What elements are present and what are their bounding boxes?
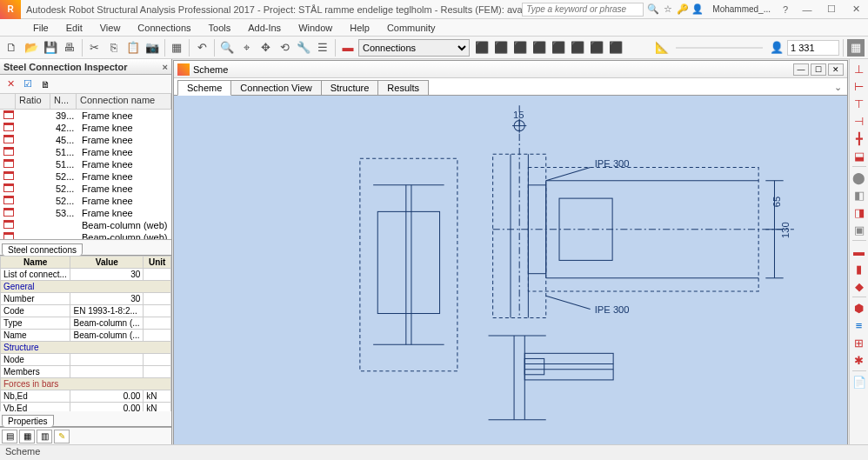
- help-icon[interactable]: ?: [779, 3, 791, 16]
- rt-15[interactable]: ≡: [851, 317, 867, 333]
- pv-1[interactable]: ▤: [2, 430, 17, 443]
- rt-6[interactable]: ⬓: [851, 148, 867, 163]
- rt-18[interactable]: 📄: [851, 374, 867, 390]
- scheme-close-button[interactable]: ✕: [828, 63, 844, 76]
- conn-btn-4[interactable]: ⬛: [531, 39, 548, 57]
- menu-window[interactable]: Window: [290, 23, 341, 33]
- table-row[interactable]: 45...Frame knee: [0, 134, 171, 146]
- doc-icon[interactable]: 🗎: [38, 77, 52, 91]
- scheme-max-button[interactable]: ☐: [811, 63, 826, 76]
- pv-3[interactable]: ▥: [37, 430, 52, 443]
- menu-help[interactable]: Help: [341, 23, 378, 33]
- table-row[interactable]: Beam-column (web): [0, 231, 171, 240]
- tab-properties[interactable]: Properties: [2, 415, 54, 427]
- layout-select[interactable]: Connections: [358, 39, 470, 57]
- rt-17[interactable]: ✱: [851, 352, 867, 368]
- drawing-canvas[interactable]: IPE 300 IPE 300 15 65 130: [174, 96, 847, 444]
- grp-forces[interactable]: Forces in bars: [1, 378, 171, 390]
- tab-results[interactable]: Results: [377, 80, 429, 95]
- rt-16[interactable]: ⊞: [851, 335, 867, 350]
- rt-1[interactable]: ⊥: [851, 61, 867, 77]
- rt-12[interactable]: ▮: [851, 261, 867, 277]
- zoom-window-icon[interactable]: ⌖: [237, 39, 255, 57]
- menu-tools[interactable]: Tools: [200, 23, 240, 33]
- pan-icon[interactable]: ✥: [257, 39, 274, 57]
- cut-icon[interactable]: ✂: [86, 39, 103, 57]
- rotate-icon[interactable]: ⟲: [276, 39, 293, 57]
- print-icon[interactable]: 🖶: [61, 39, 78, 57]
- conn-btn-5[interactable]: ⬛: [550, 39, 567, 57]
- rt-11[interactable]: ▬: [851, 243, 867, 259]
- copy-icon[interactable]: ⎘: [105, 39, 123, 57]
- pv-2[interactable]: ▦: [19, 430, 35, 443]
- wrench-icon[interactable]: 🔧: [295, 39, 312, 57]
- table-icon[interactable]: ▦: [169, 39, 186, 57]
- rt-2[interactable]: ⊢: [851, 78, 867, 94]
- ph-unit[interactable]: Unit: [144, 257, 171, 269]
- col-name[interactable]: Connection name: [77, 94, 171, 109]
- rt-5[interactable]: ╋: [851, 130, 867, 146]
- conn-btn-2[interactable]: ⬛: [492, 39, 510, 57]
- binoculars-icon[interactable]: 🔍: [647, 3, 659, 16]
- rt-13[interactable]: ◆: [851, 278, 867, 294]
- camera-icon[interactable]: 📷: [144, 39, 161, 57]
- pv-4[interactable]: ✎: [54, 430, 70, 443]
- tabs-chevron-icon[interactable]: ⌄: [829, 80, 847, 95]
- rt-14[interactable]: ⬢: [851, 300, 867, 316]
- person-icon[interactable]: 👤: [768, 39, 785, 57]
- close-button[interactable]: ✕: [844, 0, 868, 19]
- conn-btn-7[interactable]: ⬛: [588, 39, 605, 57]
- layout-icon[interactable]: ▬: [339, 39, 357, 57]
- settings-icon[interactable]: ☰: [314, 39, 331, 57]
- grp-general[interactable]: General: [1, 281, 171, 293]
- key-icon[interactable]: 🔑: [677, 3, 689, 16]
- rt-9[interactable]: ◨: [851, 204, 867, 220]
- check-icon[interactable]: ☑: [21, 77, 35, 91]
- maximize-button[interactable]: ☐: [819, 0, 844, 19]
- rt-4[interactable]: ⊣: [851, 113, 867, 129]
- table-row[interactable]: 39...Frame knee: [0, 110, 171, 122]
- conn-btn-1[interactable]: ⬛: [473, 39, 491, 57]
- user-icon[interactable]: 👤: [691, 3, 704, 16]
- measure-icon[interactable]: 📐: [653, 39, 671, 57]
- col-n[interactable]: N...: [50, 94, 77, 109]
- rt-8[interactable]: ◧: [851, 187, 867, 203]
- inspector-close-icon[interactable]: ×: [163, 62, 168, 72]
- conn-btn-8[interactable]: ⬛: [607, 39, 624, 57]
- table-row[interactable]: 52...Frame knee: [0, 183, 171, 195]
- open-icon[interactable]: 📂: [23, 39, 40, 57]
- user-label[interactable]: Mohammed_...: [707, 4, 776, 14]
- menu-edit[interactable]: Edit: [57, 23, 91, 33]
- menu-addins[interactable]: Add-Ins: [239, 23, 290, 33]
- table-row[interactable]: 51...Frame knee: [0, 146, 171, 158]
- new-icon[interactable]: 🗋: [3, 39, 21, 57]
- paste-icon[interactable]: 📋: [124, 39, 142, 57]
- grid-icon[interactable]: ▦: [847, 39, 865, 57]
- col-icon[interactable]: [0, 94, 16, 109]
- rt-10[interactable]: ▣: [851, 222, 867, 237]
- tab-connection-view[interactable]: Connection View: [230, 80, 321, 95]
- scheme-min-button[interactable]: —: [793, 63, 809, 76]
- table-row[interactable]: Beam-column (web): [0, 219, 171, 231]
- conn-btn-3[interactable]: ⬛: [511, 39, 529, 57]
- tab-scheme[interactable]: Scheme: [177, 80, 231, 96]
- undo-icon[interactable]: ↶: [193, 39, 210, 57]
- ph-name[interactable]: Name: [1, 257, 70, 269]
- tab-structure[interactable]: Structure: [321, 80, 379, 95]
- menu-view[interactable]: View: [91, 23, 130, 33]
- search-input[interactable]: [522, 3, 644, 17]
- star-icon[interactable]: ☆: [662, 3, 674, 16]
- connection-list[interactable]: 39...Frame knee42...Frame knee45...Frame…: [0, 110, 171, 240]
- menu-connections[interactable]: Connections: [129, 23, 199, 33]
- property-grid[interactable]: NameValueUnit List of connect...30 Gener…: [0, 256, 171, 411]
- minimize-button[interactable]: —: [795, 0, 819, 19]
- table-row[interactable]: 42...Frame knee: [0, 122, 171, 134]
- menu-file[interactable]: File: [24, 23, 57, 33]
- save-icon[interactable]: 💾: [42, 39, 59, 57]
- grp-structure[interactable]: Structure: [1, 342, 171, 354]
- menu-community[interactable]: Community: [378, 23, 444, 33]
- zoom-icon[interactable]: 🔍: [218, 39, 236, 57]
- table-row[interactable]: 52...Frame knee: [0, 195, 171, 207]
- delete-icon[interactable]: ✕: [3, 77, 17, 91]
- tab-steel-connections[interactable]: Steel connections: [2, 243, 83, 256]
